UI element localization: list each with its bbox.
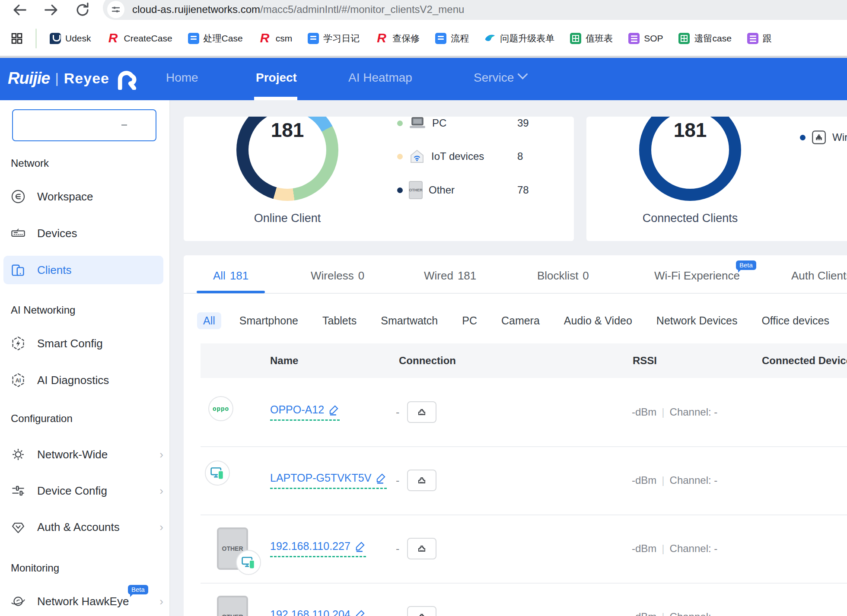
channel-value: Channel: -: [670, 406, 718, 418]
sidebar-item-network-hawkeye[interactable]: Network HawkEye: [10, 589, 163, 613]
online-client-label: Online Client: [236, 212, 338, 225]
client-name-link[interactable]: 192.168.110.204: [270, 608, 366, 616]
url-text[interactable]: cloud-as.ruijienetworks.com/macc5/adminI…: [132, 3, 464, 16]
sidebar-item-device-config[interactable]: Device Config: [10, 479, 163, 503]
svg-text:AI: AI: [16, 378, 21, 384]
device-image: oppo: [217, 408, 220, 416]
bookmark-study-diary[interactable]: 学习日记: [308, 32, 360, 44]
client-name-link[interactable]: LAPTOP-G5TVKT5V: [270, 472, 387, 489]
bookmark-csm[interactable]: csm: [258, 32, 293, 45]
back-icon[interactable]: [11, 2, 28, 18]
site-settings-icon[interactable]: [107, 1, 124, 18]
filter-all[interactable]: All: [197, 312, 221, 329]
client-name-link[interactable]: 192.168.110.227: [270, 540, 366, 557]
filter-camera[interactable]: Camera: [501, 314, 540, 327]
switch-device-icon: [10, 225, 26, 241]
address-bar[interactable]: cloud-as.ruijienetworks.com/macc5/adminI…: [103, 0, 847, 20]
client-name-link[interactable]: OPPO-A12: [270, 403, 340, 421]
edit-icon[interactable]: [328, 404, 340, 416]
sidebar-item-ai-diagnostics[interactable]: AI AI Diagnostics: [10, 368, 163, 392]
bookmark-follow-up[interactable]: 跟: [747, 32, 772, 44]
apps-grid-icon[interactable]: [11, 33, 22, 44]
filter-smartwatch[interactable]: Smartwatch: [381, 314, 438, 327]
legend-item-wired: Wired: [800, 128, 847, 147]
nav-service[interactable]: Service: [474, 71, 526, 85]
tab-wifi-experience[interactable]: Wi-Fi Experience: [654, 269, 740, 283]
bookmark-handle-case[interactable]: 处理Case: [188, 32, 243, 44]
legend-dot-pc: [397, 121, 403, 126]
tab-wired[interactable]: Wired181: [424, 269, 476, 283]
bookmark-legacy-case[interactable]: 遗留case: [678, 32, 731, 44]
tab-all[interactable]: All181: [213, 269, 248, 283]
legend-value: 39: [517, 117, 529, 129]
brand-ruijie: Ruijie: [8, 69, 50, 88]
rssi-separator: |: [662, 406, 664, 418]
channel-value: Channel: -: [670, 543, 718, 555]
bookmark-escalation-form[interactable]: 问题升级表单: [484, 32, 554, 44]
bookmark-sop[interactable]: SOP: [628, 33, 663, 44]
workspace-icon: [10, 189, 26, 204]
bookmark-warranty[interactable]: 查保修: [375, 32, 420, 45]
bookmark-process[interactable]: 流程: [435, 32, 469, 44]
sidebar-item-devices[interactable]: Devices: [10, 221, 163, 245]
edit-icon[interactable]: [376, 473, 387, 484]
sidebar-item-smart-config[interactable]: Smart Config: [10, 331, 163, 356]
sidebar-item-clients[interactable]: Clients: [3, 256, 163, 284]
legend-dot-wired: [800, 135, 806, 140]
url-path: /macc5/adminIntl/#/monitor_clientsV2_men…: [260, 3, 464, 15]
tab-label: Blocklist: [537, 269, 578, 282]
edit-icon[interactable]: [355, 609, 366, 616]
chevron-right-icon: [159, 595, 163, 608]
bookmark-label: Udesk: [65, 33, 91, 44]
filter-pc[interactable]: PC: [462, 314, 477, 327]
beta-badge: Beta: [736, 260, 756, 270]
legend-item-other: OTHER Other 78: [397, 181, 455, 200]
client-name: 192.168.110.227: [270, 540, 350, 552]
bookmark-udesk[interactable]: Udesk: [50, 33, 91, 44]
bookmark-createcase[interactable]: CreateCase: [107, 32, 172, 45]
sidebar-item-label: Workspace: [37, 190, 93, 203]
tab-blocklist[interactable]: Blocklist0: [537, 269, 589, 283]
filter-tablets[interactable]: Tablets: [322, 314, 357, 327]
sidebar-item-workspace[interactable]: Workspace: [10, 184, 163, 209]
nav-project[interactable]: Project: [256, 71, 297, 85]
sidebar-item-network-wide[interactable]: Network-Wide: [10, 442, 163, 467]
bookmark-duty-roster[interactable]: 值班表: [570, 32, 613, 44]
tab-label: Auth Clients: [791, 269, 847, 282]
client-name: LAPTOP-G5TVKT5V: [270, 472, 371, 484]
channel-value: Channel: -: [670, 611, 718, 616]
other-device-image: OTHER: [217, 596, 248, 616]
wired-connection-button[interactable]: [407, 538, 436, 559]
network-selector[interactable]: [12, 109, 156, 141]
connection-value: -: [396, 378, 399, 446]
tab-wireless[interactable]: Wireless0: [311, 269, 364, 283]
connection-value: -: [396, 514, 399, 583]
sidebar-section-ai-networking: AI Networking: [11, 304, 75, 316]
table-row: LAPTOP-G5TVKT5V - -dBm | Channel: -: [201, 446, 847, 515]
reload-icon[interactable]: [74, 2, 91, 18]
filter-office-devices[interactable]: Office devices: [761, 314, 829, 327]
wired-connection-button[interactable]: [407, 606, 436, 616]
rssi-separator: |: [662, 543, 664, 555]
bookmarks-bar: Udesk CreateCase 处理Case csm 学习日记 查保修 流程 …: [0, 21, 847, 56]
sidebar-item-auth-accounts[interactable]: Auth & Accounts: [10, 515, 163, 539]
sliders-icon: [10, 483, 26, 499]
brand-divider: |: [55, 70, 58, 86]
wired-connection-button[interactable]: [407, 401, 436, 423]
filter-smartphone[interactable]: Smartphone: [239, 314, 298, 327]
rssi-cell: -dBm | Channel: -: [632, 583, 717, 616]
table-row: OTHER 192.168.110.204 -: [201, 583, 847, 616]
legend-value: 8: [517, 150, 523, 162]
bookmark-label: 值班表: [586, 32, 613, 44]
document-icon: [308, 33, 319, 44]
nav-ai-heatmap[interactable]: AI Heatmap: [348, 71, 412, 85]
wired-connection-button[interactable]: [407, 470, 436, 491]
filter-network-devices[interactable]: Network Devices: [656, 314, 738, 327]
column-header-name: Name: [270, 343, 298, 378]
forward-icon[interactable]: [43, 2, 60, 18]
column-header-connected-devices: Connected Devices: [762, 343, 847, 378]
edit-icon[interactable]: [355, 541, 366, 552]
filter-audio-video[interactable]: Audio & Video: [564, 314, 632, 327]
nav-home[interactable]: Home: [166, 71, 198, 85]
tab-auth-clients[interactable]: Auth Clients: [791, 269, 847, 283]
